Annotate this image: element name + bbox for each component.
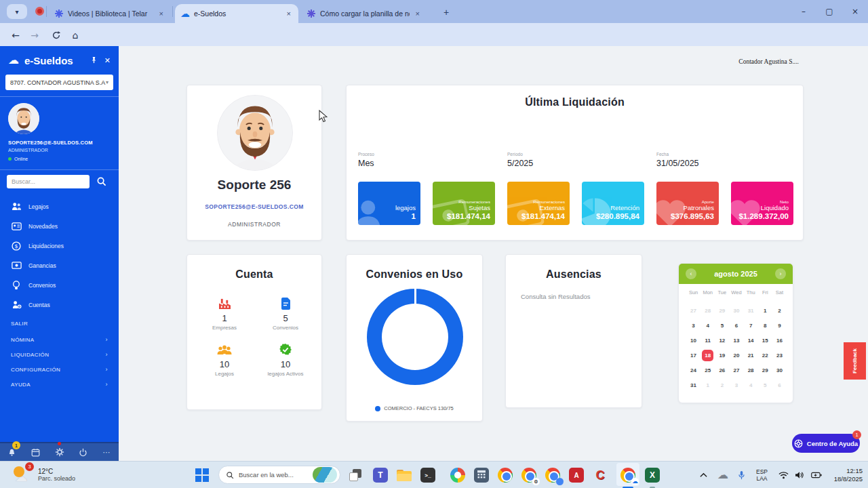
calendar-day[interactable]: 17 <box>686 348 701 363</box>
calendar-day[interactable]: 28 <box>701 303 715 318</box>
calendar-day[interactable]: 2 <box>772 303 787 318</box>
calendar-day[interactable]: 1 <box>758 303 772 318</box>
back-button[interactable]: ← <box>8 28 23 43</box>
bell-icon[interactable]: 1 <box>7 447 17 458</box>
tab-search-button[interactable]: ▾ <box>7 4 27 19</box>
calendar-day[interactable]: 12 <box>715 333 729 348</box>
sidebar-item-convenios[interactable]: Convenios <box>0 275 119 295</box>
sidebar-item-nomina[interactable]: NÓMINA› <box>0 332 119 347</box>
calendar-day[interactable]: 2 <box>715 378 729 392</box>
battery-icon[interactable] <box>811 462 822 488</box>
calendar-day[interactable]: 29 <box>715 303 729 318</box>
calendar-day[interactable]: 6 <box>729 318 743 333</box>
paint-icon[interactable] <box>449 466 467 484</box>
search-icon[interactable] <box>96 176 107 187</box>
record-icon[interactable] <box>35 7 44 16</box>
sidebar-item-ganancias[interactable]: Ganancias <box>0 256 119 275</box>
calendar-day[interactable]: 8 <box>758 318 772 333</box>
calendar-day[interactable]: 14 <box>744 333 758 348</box>
calendar-prev-button[interactable]: ‹ <box>686 268 696 279</box>
sidebar-item-configuracion[interactable]: CONFIGURACIÓN› <box>0 362 119 377</box>
calendar-day[interactable]: 5 <box>758 378 772 392</box>
power-icon[interactable] <box>78 447 88 458</box>
calendar-day[interactable]: 4 <box>701 318 715 333</box>
calendar-day[interactable]: 7 <box>744 318 758 333</box>
taskbar-clock[interactable]: 12:1518/8/2025 <box>834 462 863 488</box>
calendar-day[interactable]: 30 <box>772 363 787 378</box>
calendar-day[interactable]: 6 <box>772 378 787 392</box>
sidebar-avatar[interactable] <box>8 103 39 134</box>
stat-aporte-patronales[interactable]: Aporte Patronales $376.895,63 <box>656 182 719 225</box>
excel-icon[interactable]: X <box>644 466 661 484</box>
ccleaner-icon[interactable]: C <box>591 466 609 484</box>
calendar-day[interactable]: 3 <box>729 378 743 392</box>
calendar-next-button[interactable]: › <box>775 268 786 279</box>
sidebar-close-icon[interactable]: ✕ <box>104 56 111 65</box>
calendar-day[interactable]: 10 <box>686 333 701 348</box>
calendar-day[interactable]: 23 <box>772 348 787 363</box>
calendar-day[interactable]: 15 <box>758 333 772 348</box>
calendar-day[interactable]: 9 <box>772 318 787 333</box>
tab-videos-biblioteca[interactable]: Videos | Biblioteca | Telar × <box>49 4 171 23</box>
terminal-icon[interactable]: >_ <box>419 466 437 484</box>
chrome-profile3-icon[interactable] <box>544 466 561 484</box>
stat-remuneraciones-externas[interactable]: Remuneraciones Externas $181.474,14 <box>507 182 570 225</box>
calendar-day[interactable]: 3 <box>686 318 701 333</box>
task-view-icon[interactable] <box>347 466 364 484</box>
new-tab-button[interactable]: + <box>439 5 453 19</box>
calendar-day[interactable]: 28 <box>744 363 758 378</box>
more-options-icon[interactable]: ⋯ <box>102 447 112 458</box>
calendar-day[interactable]: 18 <box>701 348 715 363</box>
taskbar-search[interactable]: Buscar en la web... <box>218 466 340 484</box>
calendar-day[interactable]: 31 <box>686 378 701 392</box>
stat-remuneraciones-sujetas[interactable]: Remuneraciones Sujetas $181.474,14 <box>433 182 495 225</box>
tab-esueldos[interactable]: ☁ e-Sueldos × <box>175 4 298 23</box>
account-label[interactable]: Contador Agustina S.... <box>738 58 799 65</box>
chrome-profile2-icon[interactable]: ⚙ <box>520 466 538 484</box>
profile-email[interactable]: SOPORTE256@E-SUELDOS.COM <box>187 203 321 210</box>
donut-chart[interactable] <box>367 289 463 385</box>
calendar-day[interactable]: 16 <box>772 333 787 348</box>
calendar-day[interactable]: 24 <box>686 363 701 378</box>
company-select[interactable]: 8707. CONTADOR AGUSTINA S.A ▾ <box>5 75 113 90</box>
calendar-day[interactable]: 4 <box>744 378 758 392</box>
chrome-icon[interactable] <box>496 466 514 484</box>
calendar-day[interactable]: 1 <box>701 378 715 392</box>
pin-icon[interactable] <box>90 56 98 65</box>
calendar-day[interactable]: 11 <box>701 333 715 348</box>
onedrive-icon[interactable]: ☁ <box>717 462 728 488</box>
calculator-icon[interactable] <box>473 466 490 484</box>
wifi-icon[interactable] <box>778 462 789 488</box>
calendar-day[interactable]: 31 <box>744 303 758 318</box>
window-minimize-button[interactable]: – <box>793 3 814 20</box>
tab-planilla[interactable]: Cómo cargar la planilla de nove × <box>301 4 427 23</box>
calendar-icon[interactable] <box>31 447 41 458</box>
calendar-day[interactable]: 29 <box>758 363 772 378</box>
calendar-day[interactable]: 19 <box>715 348 729 363</box>
tab-close-icon[interactable]: × <box>157 9 165 18</box>
tab-close-icon[interactable]: × <box>414 9 422 18</box>
taskbar-weather-widget[interactable]: ☁ 3 12°C Parc. soleado <box>12 464 75 485</box>
window-maximize-button[interactable]: ▢ <box>819 3 840 20</box>
teams-icon[interactable]: T <box>372 466 389 484</box>
acrobat-icon[interactable]: A <box>568 466 585 484</box>
calendar-day[interactable]: 22 <box>758 348 772 363</box>
calendar-day[interactable]: 20 <box>729 348 743 363</box>
forward-button[interactable]: → <box>27 28 42 43</box>
help-center-button[interactable]: Centro de Ayuda 1 <box>792 434 860 453</box>
start-button[interactable] <box>195 468 209 482</box>
chrome-active-icon[interactable]: ☁ <box>619 466 637 484</box>
reload-button[interactable] <box>49 28 64 43</box>
calendar-day[interactable]: 5 <box>715 318 729 333</box>
sidebar-item-novedades[interactable]: Novedades <box>0 216 119 236</box>
tray-chevron-up-icon[interactable] <box>700 462 707 488</box>
sidebar-search-input[interactable] <box>7 175 90 188</box>
microphone-icon[interactable] <box>738 462 745 488</box>
chart-legend[interactable]: COMERCIO - FAECYS 130/75 <box>347 405 482 411</box>
volume-icon[interactable] <box>795 462 804 488</box>
sidebar-item-legajos[interactable]: Legajos <box>0 197 119 216</box>
calendar-day[interactable]: 27 <box>686 303 701 318</box>
window-close-button[interactable]: × <box>845 3 865 20</box>
calendar-day[interactable]: 13 <box>729 333 743 348</box>
stat-retencion[interactable]: Retención $280.895,84 <box>582 182 644 225</box>
